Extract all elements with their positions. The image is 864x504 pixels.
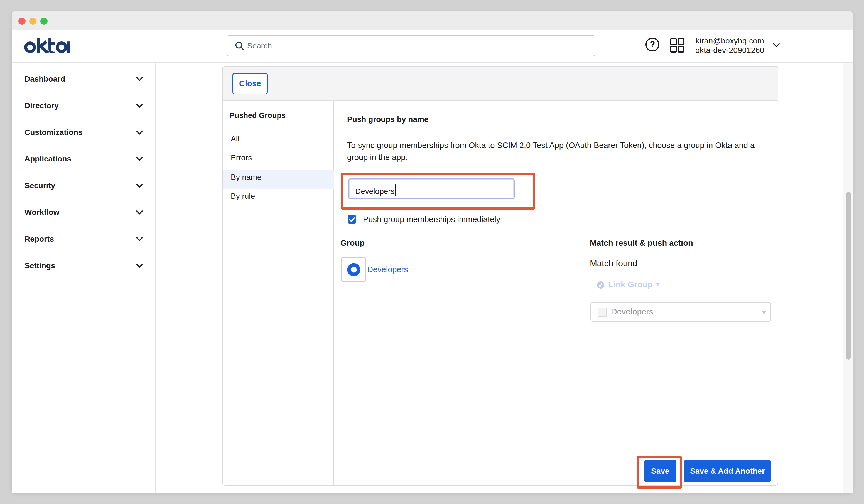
svg-text:?: ? <box>650 39 655 49</box>
